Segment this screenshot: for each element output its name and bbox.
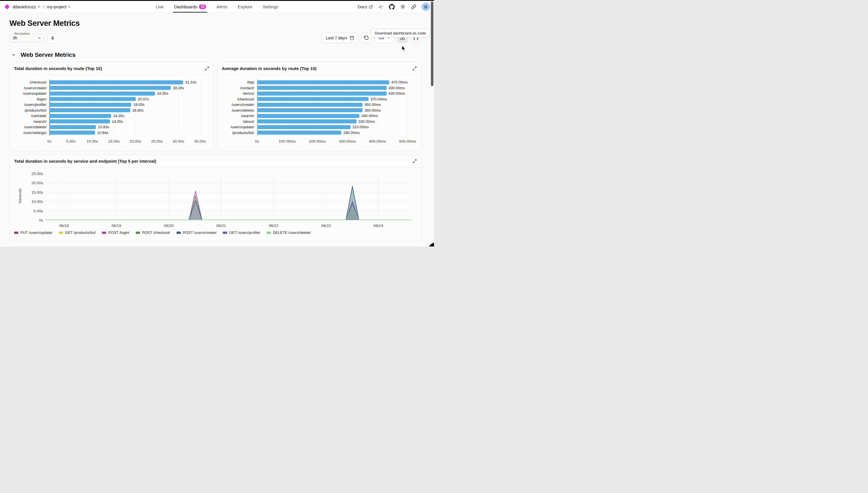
bar bbox=[257, 91, 387, 95]
legend-swatch bbox=[136, 232, 140, 234]
bar bbox=[257, 97, 368, 101]
github-icon[interactable] bbox=[389, 4, 395, 10]
chevron-down-icon bbox=[37, 36, 41, 40]
bar-category-label: /contact/ bbox=[240, 86, 254, 90]
bar-category-label: /users/update/ bbox=[231, 125, 254, 129]
x-tick-label: 06/18 bbox=[59, 223, 69, 228]
x-axis-ticks: 0s100.00ms200.00ms300.00ms400.00ms500.00… bbox=[257, 139, 408, 144]
area-chart-svg bbox=[46, 174, 412, 220]
legend-item[interactable]: GET /users/profile/ bbox=[223, 231, 260, 235]
legend-label: PUT /users/update/ bbox=[20, 231, 52, 235]
bar bbox=[49, 80, 183, 84]
section-collapse-chevron-icon[interactable] bbox=[11, 52, 16, 57]
bar-category-label: /products/list/ bbox=[232, 131, 254, 135]
legend-item[interactable]: PUT /users/update/ bbox=[14, 231, 52, 235]
expand-panel-icon[interactable] bbox=[412, 66, 417, 70]
bar-value-label: 18.80s bbox=[132, 108, 144, 112]
bar-value-label: 370.00ms bbox=[371, 97, 387, 101]
tab-label: Dashboards bbox=[174, 4, 197, 9]
legend-item[interactable]: POST /login/ bbox=[102, 231, 129, 235]
window-scrollbar-thumb[interactable] bbox=[431, 1, 433, 86]
legend-item[interactable]: POST /checkout/ bbox=[136, 231, 170, 235]
bar-category-label: /products/list/ bbox=[24, 108, 46, 112]
area-chart-wrap: Seconds PUT /users/update/GET /products/… bbox=[10, 168, 421, 241]
bar-value-label: 28.26s bbox=[173, 86, 184, 90]
help-corner-button[interactable] bbox=[428, 242, 434, 246]
x-tick-label: 20.00s bbox=[129, 139, 141, 144]
bar-row: /login/20.07s bbox=[49, 97, 200, 102]
bar bbox=[257, 108, 362, 112]
bar bbox=[49, 97, 136, 101]
expand-panel-icon[interactable] bbox=[205, 66, 209, 70]
tab-explore[interactable]: Explore bbox=[238, 1, 252, 13]
bar bbox=[257, 120, 357, 123]
user-avatar[interactable]: D bbox=[422, 3, 430, 11]
pin-resolution-button[interactable] bbox=[47, 33, 58, 44]
expand-panel-icon[interactable] bbox=[412, 159, 417, 163]
panel-duration-by-service-endpoint: Total duration in seconds by service and… bbox=[9, 155, 421, 241]
bar-category-label: /about/ bbox=[243, 120, 254, 124]
legend-item[interactable]: POST /users/create/ bbox=[176, 231, 217, 235]
share-link-icon[interactable] bbox=[411, 4, 416, 9]
x-tick-label: 0s bbox=[47, 139, 51, 144]
y-tick-label: 0s bbox=[39, 218, 43, 222]
bar-value-label: 19.05s bbox=[133, 103, 144, 107]
charts-row: Total duration in seconds by route (Top … bbox=[9, 62, 421, 151]
tab-dashboards[interactable]: DashboardsV2 bbox=[174, 1, 206, 13]
bar-value-label: 340.00ms bbox=[361, 114, 378, 118]
mouse-cursor bbox=[401, 45, 407, 52]
tab-alerts[interactable]: Alerts bbox=[216, 1, 227, 13]
controls-left: Resolution 3h bbox=[9, 32, 58, 44]
nav-tabs: LiveDashboardsV2AlertsExploreSettings bbox=[156, 1, 278, 13]
x-tick-label: 35.00s bbox=[194, 139, 206, 144]
x-tick-label: 15.00s bbox=[108, 139, 120, 144]
bar-chart-total-duration: /checkout/31.10s/users/create/28.26s/use… bbox=[49, 80, 200, 135]
tab-settings[interactable]: Settings bbox=[263, 1, 278, 13]
y-tick-label: 5.00s bbox=[34, 209, 43, 213]
pin-icon bbox=[50, 36, 55, 41]
bar-row: /users/profile/19.05s bbox=[49, 102, 200, 108]
x-tick-label: 5.00s bbox=[66, 139, 76, 144]
x-tick-label: 200.00ms bbox=[309, 139, 326, 144]
calendar-icon bbox=[350, 36, 354, 40]
external-link-icon bbox=[369, 5, 373, 9]
resolution-label: Resolution bbox=[13, 32, 31, 35]
top-navigation-bar: ddanielcruzz / my-project LiveDashboards… bbox=[0, 1, 434, 13]
x-tick-label: 500.00ms bbox=[399, 139, 416, 144]
bar-row: /user/settings/10.64s bbox=[49, 130, 200, 136]
bar-value-label: 350.00ms bbox=[364, 108, 381, 112]
bar-category-label: /users/create/ bbox=[24, 86, 46, 90]
tab-label: Settings bbox=[263, 4, 278, 9]
x-tick-label: 25.00s bbox=[151, 139, 163, 144]
y-tick-label: 25.00s bbox=[31, 172, 43, 176]
time-range-button[interactable]: Last 7 days bbox=[322, 33, 358, 43]
y-axis-label: Seconds bbox=[18, 188, 22, 203]
breadcrumb: ddanielcruzz / my-project bbox=[4, 4, 71, 9]
legend-label: GET /users/profile/ bbox=[229, 231, 260, 235]
legend-item[interactable]: GET /products/list/ bbox=[59, 231, 96, 235]
bar-category-label: /checkout/ bbox=[237, 97, 254, 101]
bar-row: /terms/430.00ms bbox=[257, 91, 408, 97]
legend-swatch bbox=[59, 232, 63, 234]
bar bbox=[257, 86, 387, 90]
bar-row: /checkout/31.10s bbox=[49, 80, 200, 85]
tab-label: Explore bbox=[238, 4, 252, 9]
v2-badge: V2 bbox=[199, 5, 206, 9]
bar-category-label: /users/create/ bbox=[232, 103, 254, 107]
docs-link[interactable]: Docs bbox=[358, 5, 373, 9]
bar bbox=[49, 103, 131, 107]
refresh-button[interactable] bbox=[361, 33, 372, 43]
chart-legend: PUT /users/update/GET /products/list/POS… bbox=[14, 231, 311, 235]
project-selector[interactable]: my-project bbox=[47, 5, 71, 9]
slack-icon[interactable] bbox=[378, 4, 383, 9]
tab-live[interactable]: Live bbox=[156, 1, 164, 13]
resolution-select[interactable]: Resolution 3h bbox=[9, 32, 44, 42]
org-name: ddanielcruzz bbox=[13, 5, 36, 9]
bar bbox=[49, 114, 111, 118]
theme-sun-icon[interactable] bbox=[400, 4, 406, 9]
page-title: Web Server Metrics bbox=[9, 19, 434, 28]
legend-item[interactable]: DELETE /users/delete/ bbox=[267, 231, 311, 235]
bar bbox=[257, 80, 389, 84]
org-selector[interactable]: ddanielcruzz bbox=[13, 5, 41, 9]
panel-title: Average duration in seconds by route (To… bbox=[222, 66, 317, 71]
